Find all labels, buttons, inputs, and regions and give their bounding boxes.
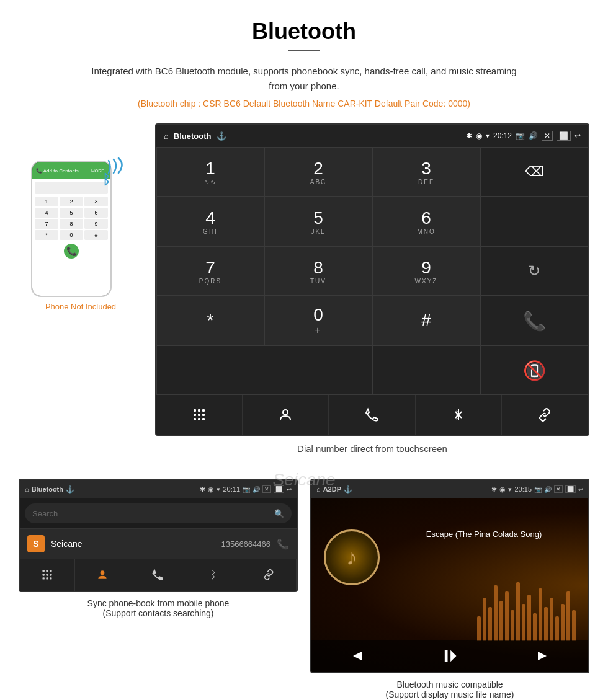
- dial-key-9[interactable]: 9 WXYZ: [372, 246, 480, 296]
- pb-close-icon[interactable]: ✕: [262, 485, 271, 493]
- pb-window-icon[interactable]: ⬜: [274, 485, 284, 493]
- prev-button[interactable]: [311, 640, 404, 672]
- svg-rect-19: [46, 577, 48, 579]
- dialpad-btn-phone[interactable]: [329, 395, 415, 435]
- phone-call-button[interactable]: 📞: [64, 244, 79, 259]
- pb-usb-icon: ⚓: [66, 485, 74, 494]
- svg-rect-13: [46, 570, 48, 572]
- phonebook-status-right: ✱ ◉ ▾ 20:11 📷 🔊 ✕ ⬜ ↩: [200, 485, 292, 494]
- volume-icon[interactable]: 🔊: [529, 131, 538, 140]
- music-equalizer: [477, 567, 576, 641]
- dial-key-7[interactable]: 7 PQRS: [156, 246, 264, 296]
- svg-rect-8: [198, 418, 200, 420]
- time-display: 20:12: [493, 131, 512, 140]
- eq-bar: [566, 591, 570, 641]
- svg-rect-16: [46, 574, 48, 575]
- phone-screen-header: 📞 Add to Contacts MORE: [32, 162, 110, 179]
- dial-num: *: [207, 311, 214, 330]
- dial-sub: DEF: [418, 179, 434, 185]
- window-icon[interactable]: ⬜: [557, 131, 571, 141]
- dial-num: 9: [421, 258, 431, 278]
- app-name: Bluetooth: [174, 131, 212, 141]
- svg-rect-4: [194, 414, 196, 416]
- end-call-icon: 📵: [523, 360, 546, 381]
- dial-key-3[interactable]: 3 DEF: [372, 147, 480, 197]
- music-back-icon[interactable]: ↩: [578, 486, 583, 493]
- call-contact-icon[interactable]: 📞: [277, 538, 289, 550]
- svg-rect-20: [50, 577, 51, 579]
- camera-icon[interactable]: 📷: [516, 131, 525, 140]
- pb-home-icon[interactable]: ⌂: [25, 485, 29, 493]
- back-icon[interactable]: ↩: [574, 131, 581, 140]
- dial-key-8[interactable]: 8 TUV: [264, 246, 372, 296]
- phone-key[interactable]: #: [84, 230, 108, 240]
- dialpad-btn-contacts[interactable]: [243, 395, 329, 435]
- search-box[interactable]: Search 🔍: [25, 503, 292, 523]
- music-caption-line1: Bluetooth music compatible: [396, 680, 503, 689]
- dial-refresh[interactable]: ↻: [480, 246, 588, 296]
- pb-btn-phone[interactable]: [130, 559, 186, 591]
- phone-key[interactable]: 4: [35, 208, 58, 218]
- dial-key-hash[interactable]: #: [372, 296, 480, 345]
- pb-btn-bluetooth[interactable]: ᛒ: [186, 559, 241, 591]
- title-divider: [288, 50, 320, 51]
- usb-icon: ⚓: [217, 131, 226, 141]
- dialpad-btn-grid[interactable]: [156, 395, 243, 435]
- dial-key-star[interactable]: *: [156, 296, 264, 345]
- music-signal-icon: ▾: [508, 485, 512, 494]
- dialpad-btn-link[interactable]: [502, 395, 588, 435]
- phonebook-search-area: Search 🔍: [20, 498, 297, 528]
- pb-btn-contacts[interactable]: [75, 559, 130, 591]
- music-screen-container: ⌂ A2DP ⚓ ✱ ◉ ▾ 20:15 📷 🔊 ✕ ⬜ ↩: [310, 479, 589, 673]
- phone-key[interactable]: 1: [35, 197, 58, 206]
- svg-rect-1: [194, 409, 196, 412]
- dialpad: 1 ∿∿ 2 ABC 3 DEF ⌫ 4 GHI: [156, 147, 588, 395]
- dial-key-1[interactable]: 1 ∿∿: [156, 147, 264, 197]
- home-icon[interactable]: ⌂: [164, 131, 169, 141]
- bottom-panels: ⌂ Bluetooth ⚓ ✱ ◉ ▾ 20:11 📷 🔊 ✕ ⬜ ↩: [0, 479, 608, 699]
- music-close-icon[interactable]: ✕: [554, 485, 563, 493]
- dial-key-6[interactable]: 6 MNO: [372, 197, 480, 246]
- contact-row[interactable]: S Seicane 13566664466 📞: [20, 528, 297, 559]
- dial-end-call[interactable]: 📵: [480, 345, 588, 395]
- dialpad-btn-bluetooth[interactable]: ᛒ: [416, 395, 502, 435]
- phone-key[interactable]: 8: [60, 219, 83, 229]
- eq-bar: [488, 607, 492, 641]
- dial-num: 7: [205, 258, 215, 278]
- svg-text:ᛒ: ᛒ: [102, 172, 110, 187]
- phone-key[interactable]: 5: [60, 208, 83, 218]
- phone-key[interactable]: *: [35, 230, 58, 240]
- music-time: 20:15: [514, 485, 532, 493]
- page-description: Integrated with BC6 Bluetooth module, su…: [87, 64, 521, 94]
- dial-key-0[interactable]: 0 +: [264, 296, 372, 345]
- music-caption-line2: (Support display music file name): [386, 689, 514, 699]
- dial-call-active[interactable]: 📞: [480, 296, 588, 345]
- music-window-icon[interactable]: ⬜: [565, 485, 576, 493]
- close-icon[interactable]: ✕: [542, 131, 553, 141]
- dial-key-5[interactable]: 5 JKL: [264, 197, 372, 246]
- svg-rect-14: [50, 570, 51, 572]
- dial-key-2[interactable]: 2 ABC: [264, 147, 372, 197]
- signal-icon: ▾: [486, 131, 490, 140]
- dial-sub: ∿∿: [204, 179, 217, 185]
- dial-key-4[interactable]: 4 GHI: [156, 197, 264, 246]
- music-home-icon[interactable]: ⌂: [316, 485, 321, 493]
- phone-key[interactable]: 3: [84, 197, 108, 206]
- location-icon: ◉: [476, 131, 482, 140]
- pb-btn-grid[interactable]: [20, 559, 75, 591]
- eq-bar: [494, 585, 498, 641]
- dial-key-backspace[interactable]: ⌫: [480, 147, 588, 197]
- play-pause-button[interactable]: [404, 640, 496, 672]
- pb-btn-link[interactable]: [241, 559, 297, 591]
- eq-bar: [505, 591, 509, 641]
- search-icon: 🔍: [274, 509, 284, 518]
- backspace-icon: ⌫: [525, 164, 544, 180]
- phone-key[interactable]: 0: [60, 230, 83, 240]
- phone-key[interactable]: 2: [60, 197, 83, 206]
- pb-back-icon[interactable]: ↩: [287, 486, 292, 493]
- phone-key[interactable]: 9: [84, 219, 108, 229]
- svg-rect-6: [202, 414, 205, 416]
- phone-key[interactable]: 7: [35, 219, 58, 229]
- next-button[interactable]: [496, 640, 588, 672]
- phone-key[interactable]: 6: [84, 208, 108, 218]
